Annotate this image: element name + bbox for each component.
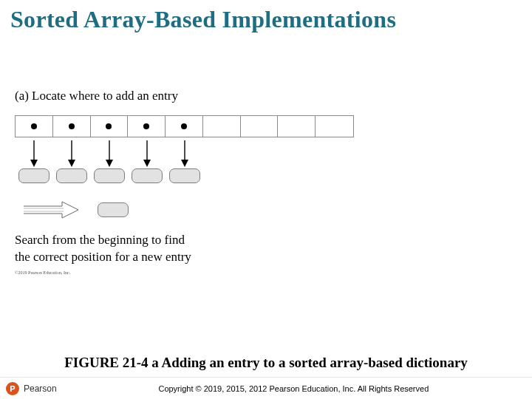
- arrow-slot: [15, 140, 52, 167]
- arrow-down-icon: [104, 140, 115, 167]
- pill-slot: [166, 168, 203, 188]
- array-cell: [53, 116, 91, 137]
- svg-marker-9: [181, 160, 188, 167]
- dot-icon: [143, 123, 149, 129]
- new-entry-pill: [98, 202, 129, 217]
- dot-icon: [106, 123, 112, 129]
- pill-slot: [52, 168, 90, 188]
- array-cell: [278, 116, 316, 137]
- arrow-slot: [203, 140, 241, 167]
- array-cell: [16, 116, 53, 137]
- explain-line-1: Search from the beginning to find: [15, 233, 185, 247]
- copyright-text: Copyright © 2019, 2015, 2012 Pearson Edu…: [61, 384, 526, 393]
- pill-slot: [128, 168, 166, 188]
- arrow-down-icon: [29, 140, 39, 167]
- pills-row: [15, 168, 354, 188]
- arrow-slot: [128, 140, 166, 167]
- arrow-slot: [90, 140, 128, 167]
- entry-pill: [56, 168, 87, 183]
- dot-icon: [69, 123, 75, 129]
- dot-icon: [181, 123, 187, 129]
- arrow-slot: [279, 140, 316, 167]
- pearson-logo-icon: P: [6, 382, 19, 395]
- svg-marker-1: [30, 160, 38, 167]
- entry-pill: [169, 168, 200, 183]
- entry-pill: [132, 168, 163, 183]
- arrow-slot: [316, 140, 354, 167]
- arrow-right-icon: [22, 200, 80, 219]
- figure-area: (a) Locate where to add an entry Search …: [15, 89, 517, 325]
- figure-explain: Search from the beginning to find the co…: [15, 232, 517, 266]
- figure-caption: FIGURE 21-4 a Adding an entry to a sorte…: [0, 355, 532, 371]
- arrow-down-icon: [142, 140, 152, 167]
- array-cell: [166, 116, 203, 137]
- insert-row: [15, 198, 517, 222]
- entry-pill: [18, 168, 50, 183]
- array-cell: [316, 116, 353, 137]
- svg-marker-7: [143, 160, 151, 167]
- explain-line-2: the correct position for a new entry: [15, 250, 191, 264]
- pill-slot: [279, 168, 316, 188]
- figure-fine-print: ©2019 Pearson Education, Inc.: [15, 270, 517, 275]
- array-row: [15, 115, 354, 137]
- pill-slot: [316, 168, 354, 188]
- array-cell: [91, 116, 129, 137]
- arrow-slot: [52, 140, 90, 167]
- dot-icon: [31, 123, 37, 129]
- arrow-down-icon: [180, 140, 190, 167]
- brand-name: Pearson: [24, 383, 57, 394]
- array-cell: [241, 116, 279, 137]
- footer: P Pearson Copyright © 2019, 2015, 2012 P…: [0, 377, 532, 399]
- arrows-row: [15, 140, 354, 167]
- slide-title: Sorted Array-Based Implementations: [0, 0, 532, 33]
- pill-slot: [15, 168, 52, 188]
- arrow-slot: [166, 140, 203, 167]
- figure-part-label: (a) Locate where to add an entry: [15, 89, 517, 103]
- array-cell: [128, 116, 166, 137]
- array-cell: [203, 116, 241, 137]
- pill-slot: [203, 168, 241, 188]
- arrow-slot: [241, 140, 279, 167]
- pill-slot: [90, 168, 128, 188]
- arrow-down-icon: [66, 140, 77, 167]
- svg-marker-5: [106, 160, 113, 167]
- svg-marker-3: [68, 160, 75, 167]
- entry-pill: [94, 168, 125, 183]
- pill-slot: [241, 168, 279, 188]
